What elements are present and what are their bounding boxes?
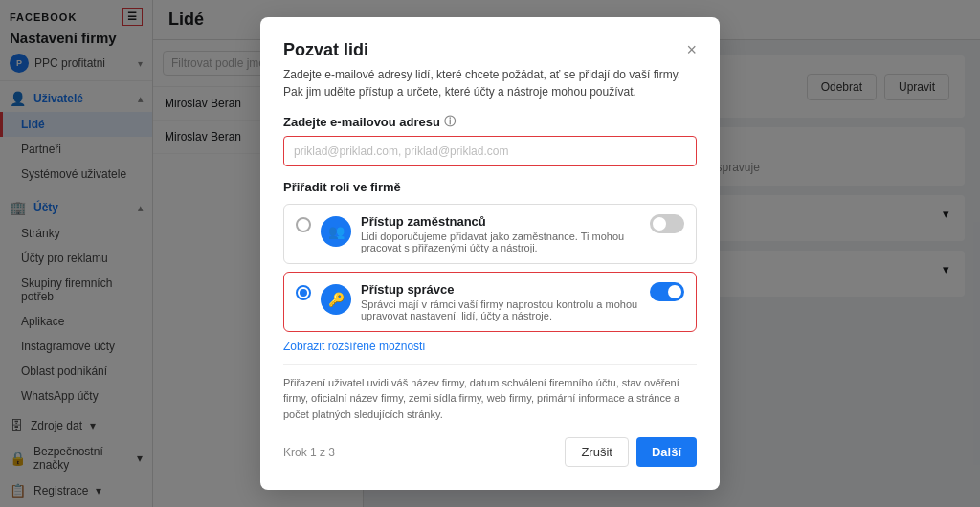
employee-role-name: Přístup zaměstnanců (361, 214, 640, 229)
employee-toggle[interactable] (650, 214, 684, 233)
permissions-text: Přiřazení uživatel uvidi váš název firmy… (283, 364, 697, 423)
admin-role-name: Přístup správce (361, 282, 640, 297)
admin-toggle-switch[interactable] (650, 282, 684, 301)
invite-modal: Pozvat lidi × Zadejte e-mailové adresy l… (260, 17, 720, 491)
employee-role-text: Přístup zaměstnanců Lidi doporučujeme př… (361, 214, 640, 254)
employee-role-desc: Lidi doporučujeme přidavat jako zaměstna… (361, 231, 640, 254)
admin-role-icon: 🔑 (321, 284, 351, 315)
employee-role-icon: 👥 (321, 216, 351, 247)
radio-dot (300, 289, 307, 297)
info-icon: ⓘ (444, 114, 456, 130)
role-option-zamestnanec[interactable]: 👥 Přístup zaměstnanců Lidi doporučujeme … (283, 204, 697, 264)
radio-empty-icon (296, 217, 311, 232)
admin-role-desc: Správci mají v rámci vaší firmy naprosto… (361, 298, 640, 321)
step-indicator: Krok 1 z 3 (283, 446, 335, 459)
modal-overlay: Pozvat lidi × Zadejte e-mailové adresy l… (0, 0, 980, 507)
radio-filled-icon (296, 285, 311, 300)
modal-footer: Krok 1 z 3 Zrušit Další (283, 437, 697, 467)
modal-actions: Zrušit Další (565, 437, 697, 467)
email-input[interactable] (283, 136, 697, 166)
admin-toggle[interactable] (650, 282, 684, 301)
modal-description: Zadejte e-mailové adresy lidí, které chc… (283, 66, 697, 100)
next-button[interactable]: Další (636, 437, 697, 467)
modal-close-button[interactable]: × (686, 41, 697, 58)
modal-header: Pozvat lidi × (283, 40, 697, 60)
show-more-button[interactable]: Zobrazit rozšířené možnosti (283, 340, 697, 353)
cancel-button[interactable]: Zrušit (565, 437, 629, 467)
modal-title: Pozvat lidi (283, 40, 368, 60)
role-section-title: Přiřadit roli ve firmě (283, 180, 697, 194)
employee-toggle-switch[interactable] (650, 214, 684, 233)
email-label: Zadejte e-mailovou adresu ⓘ (283, 114, 697, 130)
role-option-spravce[interactable]: 🔑 Přístup správce Správci mají v rámci v… (283, 272, 697, 332)
admin-role-text: Přístup správce Správci mají v rámci vaš… (361, 282, 640, 321)
